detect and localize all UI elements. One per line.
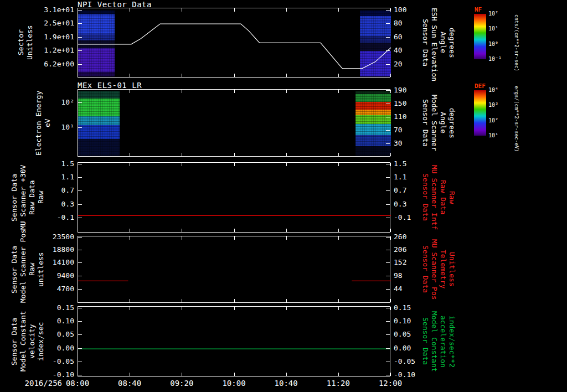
tick-mark [78, 37, 82, 38]
x-tick-mark [390, 153, 391, 156]
axis-title-left: Sensor DataModel Constantvelocityindex/s… [10, 306, 45, 376]
heatmap-texture [78, 90, 120, 156]
x-tick-mark [390, 307, 391, 310]
x-tick-mark [182, 229, 182, 232]
x-tick-mark [338, 163, 339, 166]
tick-mark [386, 308, 390, 308]
x-tick-mark [338, 229, 339, 232]
axis-title-line: Raw Data [439, 162, 447, 233]
x-tick-mark [286, 373, 287, 376]
x-tick-label: 09:20 [162, 379, 202, 388]
axis-title-line: Raw [28, 236, 37, 303]
axis-title-line: eV [43, 89, 52, 157]
x-tick-mark [338, 299, 339, 302]
x-tick-mark [78, 307, 78, 310]
axis-title-left: SectorUnitless [17, 8, 34, 78]
tick-mark [386, 321, 390, 322]
axis-title-line: unitless [37, 236, 45, 303]
tick-mark [386, 204, 390, 205]
axis-title-left: Sensor DataModel Scanner PosRawunitless [10, 236, 45, 303]
colorbar-nf-ticks: 10²10¹10⁰10⁻¹ [488, 14, 511, 59]
tick-mark [386, 276, 390, 276]
x-tick-mark [130, 163, 130, 166]
axis-title-line: ESH Sun Elevation [430, 8, 439, 78]
colorbar-def-gradient [474, 90, 486, 136]
x-tick-mark [182, 74, 182, 77]
tick-mark [386, 117, 390, 117]
x-tick-mark [390, 229, 391, 232]
heatmap-region [78, 90, 120, 156]
x-tick-label: 12:00 [370, 379, 410, 388]
axis-title-line: acceleration [439, 306, 447, 376]
x-tick-mark [234, 307, 235, 310]
tick-mark [78, 334, 82, 335]
axis-title-left: Electron EnergyeV [34, 89, 52, 157]
axis-title-right: Sensor DataMU Scanner PosTelemetryUnitle… [421, 236, 456, 303]
x-tick-mark [182, 8, 182, 12]
tick-mark [386, 64, 390, 65]
tick-mark [78, 362, 82, 362]
tick-mark [386, 104, 390, 104]
x-tick-mark [234, 163, 235, 166]
x-tick-mark [234, 90, 235, 93]
colorbar-tick-label: 10⁻¹ [488, 56, 502, 63]
panel-3-box [78, 162, 390, 233]
x-tick-mark [182, 163, 182, 166]
axis-title-line: index/sec**2 [447, 306, 456, 376]
tick-mark [386, 90, 390, 91]
x-tick-mark [182, 307, 182, 310]
axis-title-line: Sensor Data [421, 89, 430, 157]
axis-title-line: Raw Data [28, 162, 37, 233]
axis-title-line: Electron Energy [34, 89, 43, 157]
x-tick-mark [78, 8, 78, 12]
x-tick-mark [78, 229, 78, 232]
x-tick-mark [286, 163, 287, 166]
tick-mark [78, 102, 82, 103]
x-axis-date-label: 2016/256 [8, 379, 62, 388]
x-tick-mark [130, 229, 130, 232]
axis-title-line: Model Constant [19, 306, 28, 376]
tick-mark [386, 143, 390, 144]
x-tick-mark [390, 163, 391, 166]
axis-title-line: Unitless [447, 236, 456, 303]
axis-title-line: Sensor Data [421, 306, 430, 376]
tick-mark [78, 164, 82, 164]
panel-4-box [78, 236, 390, 303]
axis-title-line: Sensor Data [421, 8, 430, 78]
x-tick-mark [130, 153, 130, 156]
tick-mark [78, 64, 82, 65]
tick-mark [78, 262, 82, 263]
axis-title-line: Sensor Data [421, 236, 430, 303]
axis-title-line: Model Scanner [430, 89, 439, 157]
x-tick-mark [286, 229, 287, 232]
axis-title-line: Sensor Data [10, 236, 19, 303]
x-tick-mark [338, 307, 339, 310]
tick-mark [386, 375, 390, 375]
tick-mark [78, 375, 82, 375]
x-tick-mark [234, 299, 235, 302]
axis-title-right: Sensor DataMU Scanner IntfRaw DataRaw [421, 162, 456, 233]
tick-mark [386, 262, 390, 263]
axis-title-line: index/sec [37, 306, 45, 376]
x-tick-mark [338, 90, 339, 93]
colorbar-def-ticks: 10⁴10³10²10¹ [488, 90, 511, 136]
x-tick-mark [338, 373, 339, 376]
colorbar-tick-label: 10⁰ [488, 41, 498, 48]
series-plot [78, 307, 391, 377]
axis-title-line: Sector [17, 8, 25, 78]
x-tick-mark [234, 236, 235, 240]
tick-mark [386, 334, 390, 335]
colorbar-tick-label: 10³ [488, 102, 498, 109]
axis-title-line: degrees [447, 8, 456, 78]
plot-canvas: NPI Vector Data MEx ELS-01 LR 2016/256 N… [0, 0, 567, 392]
tick-mark [386, 23, 390, 24]
tick-mark [78, 250, 82, 250]
x-tick-mark [78, 163, 78, 166]
axis-title-line: degrees [447, 89, 456, 157]
x-tick-label: 11:20 [318, 379, 358, 388]
heatmap-region [355, 90, 391, 156]
axis-title-right: Sensor DataModel ScannerAngledegrees [421, 89, 456, 157]
x-tick-mark [286, 236, 287, 240]
heatmap-texture [355, 90, 391, 156]
tick-mark [386, 164, 390, 164]
